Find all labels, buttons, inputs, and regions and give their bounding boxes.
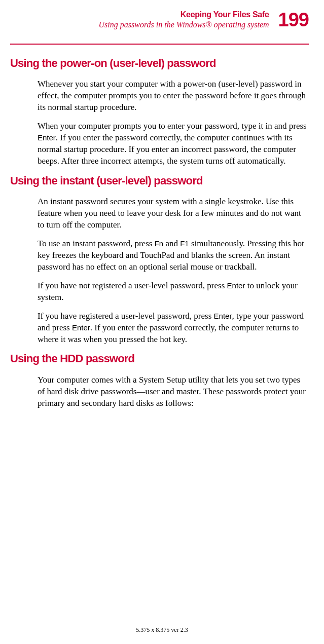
header-text-block: Keeping Your Files Safe Using passwords … [99, 10, 269, 29]
body-paragraph: Your computer comes with a System Setup … [38, 374, 309, 409]
page-number: 199 [278, 10, 309, 29]
content-area: Using the power-on (user-level) password… [0, 45, 324, 409]
key-label: Enter [72, 323, 90, 332]
text-run: If you have not registered a user-level … [38, 281, 227, 290]
key-label: Fn [155, 239, 164, 248]
body-paragraph: When your computer prompts you to enter … [38, 121, 309, 167]
key-label: F1 [180, 239, 189, 248]
section-heading: Using the HDD password [10, 352, 309, 365]
body-paragraph: If you have registered a user-level pass… [38, 311, 309, 346]
text-run: Whenever you start your computer with a … [38, 79, 306, 112]
key-label: Enter [227, 281, 245, 290]
body-paragraph: An instant password secures your system … [38, 196, 309, 231]
text-run: To use an instant password, press [38, 239, 155, 248]
section-subtitle: Using passwords in the Windows® operatin… [99, 20, 269, 29]
body-paragraph: Whenever you start your computer with a … [38, 79, 309, 113]
text-run: . If you enter the password correctly, t… [38, 133, 296, 166]
text-run: When your computer prompts you to enter … [38, 121, 307, 131]
text-run: If you have registered a user-level pass… [38, 311, 214, 321]
text-run: and [163, 239, 180, 248]
chapter-title: Keeping Your Files Safe [99, 10, 269, 19]
page-header: Keeping Your Files Safe Using passwords … [0, 0, 324, 34]
key-label: Enter [214, 312, 232, 320]
section-heading: Using the instant (user-level) password [10, 174, 309, 187]
key-label: Enter [38, 133, 56, 142]
body-paragraph: If you have not registered a user-level … [38, 280, 309, 304]
section-heading: Using the power-on (user-level) password [10, 57, 309, 69]
text-run: Your computer comes with a System Setup … [38, 375, 306, 408]
body-paragraph: To use an instant password, press Fn and… [38, 238, 309, 273]
text-run: An instant password secures your system … [38, 197, 301, 230]
page-footer: 5.375 x 8.375 ver 2.3 [0, 626, 324, 634]
